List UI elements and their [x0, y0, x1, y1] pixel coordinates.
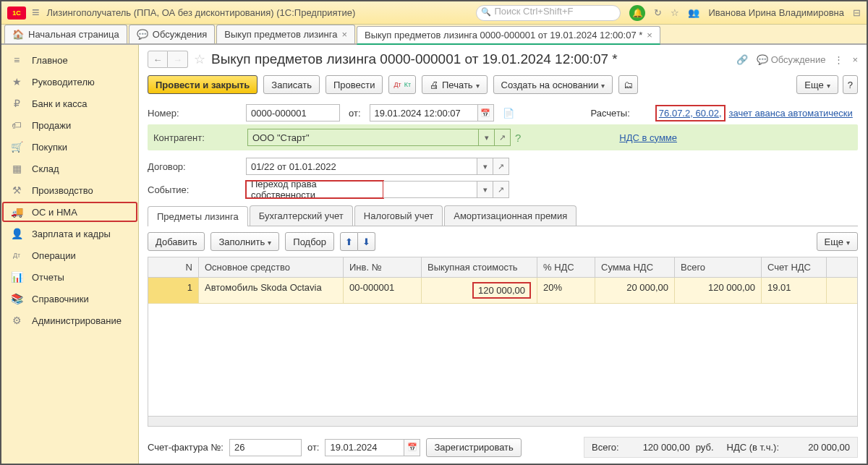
panel-toggle-icon[interactable]: ⊟ — [853, 7, 861, 18]
history-icon[interactable]: ↻ — [654, 7, 662, 18]
invoice-from-label: от: — [307, 442, 320, 453]
create-based-button[interactable]: Создать на основании — [493, 75, 613, 94]
link-icon[interactable]: 🔗 — [736, 54, 748, 65]
register-invoice-button[interactable]: Зарегистрировать — [426, 438, 521, 457]
col-header-buyout[interactable]: Выкупная стоимость — [422, 257, 537, 277]
tab-home[interactable]: 🏠 Начальная страница — [4, 25, 127, 43]
col-header-vat-sum[interactable]: Сумма НДС — [595, 257, 675, 277]
favorite-star-icon[interactable]: ☆ — [194, 51, 205, 67]
gear-icon: ⚙ — [10, 315, 23, 326]
cell-vat-pct[interactable]: 20% — [537, 278, 595, 303]
star-icon[interactable]: ☆ — [671, 7, 679, 18]
dtkt-button[interactable]: ДтКт — [388, 75, 416, 94]
event-input[interactable]: Переход права собственности — [246, 181, 383, 198]
col-header-total[interactable]: Всего — [675, 257, 762, 277]
dropdown-icon[interactable]: ▾ — [477, 181, 493, 198]
vat-mode-link[interactable]: НДС в сумме — [619, 132, 677, 143]
subtab-tax[interactable]: Налоговый учет — [354, 205, 443, 226]
col-header-asset[interactable]: Основное средство — [199, 257, 344, 277]
users-icon[interactable]: 👥 — [688, 7, 699, 18]
cell-asset[interactable]: Автомобиль Skoda Octavia — [199, 278, 344, 303]
subtab-premium[interactable]: Амортизационная премия — [444, 205, 576, 226]
tab-home-label: Начальная страница — [28, 29, 119, 40]
contract-input[interactable]: 01/22 от 01.01.2022 — [246, 158, 477, 175]
calendar-icon[interactable]: 📅 — [478, 104, 494, 121]
contractor-input[interactable]: ООО "Старт" — [247, 129, 479, 146]
notifications-icon[interactable]: 🔔 — [629, 5, 645, 21]
sidebar-item-sales[interactable]: 🏷Продажи — [1, 114, 138, 136]
close-icon[interactable]: × — [647, 30, 652, 40]
table-row[interactable]: 1 Автомобиль Skoda Octavia 00-000001 120… — [148, 278, 857, 304]
col-header-account[interactable]: Счет НДС — [762, 257, 827, 277]
open-icon[interactable]: ↗ — [493, 158, 509, 175]
sidebar-item-os-nma[interactable]: 🚚ОС и НМА — [1, 201, 138, 223]
horizontal-scrollbar[interactable] — [148, 417, 858, 427]
sidebar-item-purchases[interactable]: 🛒Покупки — [1, 136, 138, 158]
cell-account[interactable]: 19.01 — [762, 278, 827, 303]
close-icon[interactable]: × — [341, 29, 347, 40]
cell-vat-sum[interactable]: 20 000,00 — [595, 278, 675, 303]
col-header-inv[interactable]: Инв. № — [344, 257, 422, 277]
contractor-help-icon[interactable]: ? — [515, 132, 521, 144]
cell-buyout[interactable]: 120 000,00 — [422, 278, 537, 303]
add-row-button[interactable]: Добавить — [148, 232, 205, 251]
post-and-close-button[interactable]: Провести и закрыть — [148, 75, 258, 94]
sidebar-item-salary[interactable]: 👤Зарплата и кадры — [1, 223, 138, 244]
table-more-button[interactable]: Еще — [817, 232, 858, 251]
open-icon[interactable]: ↗ — [495, 129, 511, 146]
sidebar-item-manager[interactable]: ★Руководителю — [1, 71, 138, 93]
tab-buyout-list[interactable]: Выкуп предметов лизинга × — [216, 25, 355, 43]
sidebar-item-label: Отчеты — [32, 272, 64, 283]
fill-button[interactable]: Заполнить — [210, 232, 279, 251]
app-title: Лизингополучатель (ППА, ОА без дисконтир… — [47, 7, 356, 18]
col-header-n[interactable]: N — [148, 257, 199, 277]
date-input[interactable]: 19.01.2024 12:00:07 — [370, 104, 478, 121]
event-input-rest[interactable] — [383, 181, 477, 198]
sidebar-item-label: Покупки — [32, 142, 67, 153]
subtab-items[interactable]: Предметы лизинга — [148, 206, 248, 226]
sidebar-item-operations[interactable]: ДтОперации — [1, 244, 138, 266]
settlements-link-accounts[interactable]: 76.07.2, 60.02, — [656, 106, 725, 121]
tab-buyout-doc[interactable]: Выкуп предметов лизинга 0000-000001 от 1… — [357, 26, 660, 45]
tab-discussions[interactable]: 💬 Обсуждения — [129, 25, 216, 43]
settlements-link-advance[interactable]: зачет аванса автоматически — [729, 108, 853, 119]
open-icon[interactable]: ↗ — [493, 181, 509, 198]
cell-inv[interactable]: 00-000001 — [344, 278, 422, 303]
posted-flag-icon[interactable]: 📄 — [503, 108, 514, 119]
dropdown-icon[interactable]: ▾ — [479, 129, 495, 146]
global-search-input[interactable]: Поиск Ctrl+Shift+F — [476, 5, 621, 21]
close-icon[interactable]: × — [852, 54, 858, 65]
col-header-vat-pct[interactable]: % НДС — [537, 257, 595, 277]
cell-total[interactable]: 120 000,00 — [675, 278, 762, 303]
cell-n[interactable]: 1 — [148, 278, 199, 303]
move-down-button[interactable]: ⬇ — [358, 232, 375, 251]
move-up-button[interactable]: ⬆ — [340, 232, 358, 251]
more-button[interactable]: Еще — [796, 75, 838, 94]
sidebar-item-reports[interactable]: 📊Отчеты — [1, 266, 138, 288]
calendar-icon[interactable]: 📅 — [404, 439, 420, 456]
subtab-accounting[interactable]: Бухгалтерский учет — [250, 205, 353, 226]
forward-button[interactable]: → — [168, 51, 188, 68]
structure-button[interactable]: 🗂 — [618, 75, 638, 94]
help-button[interactable]: ? — [843, 75, 858, 94]
discussion-link[interactable]: 💬 Обсуждение — [757, 54, 825, 65]
number-input[interactable]: 0000-000001 — [246, 104, 340, 121]
sidebar-item-main[interactable]: ≡Главное — [1, 49, 138, 71]
current-user[interactable]: Иванова Ирина Владимировна — [708, 7, 844, 18]
sidebar-item-catalogs[interactable]: 📚Справочники — [1, 288, 138, 310]
more-icon[interactable]: ⋮ — [834, 54, 843, 65]
sidebar-item-warehouse[interactable]: ▦Склад — [1, 158, 138, 179]
invoice-number-input[interactable]: 26 — [229, 439, 302, 456]
sidebar-item-bank[interactable]: ₽Банк и касса — [1, 93, 138, 114]
hamburger-icon[interactable]: ≡ — [32, 5, 40, 20]
back-button[interactable]: ← — [148, 51, 168, 68]
save-button[interactable]: Записать — [263, 75, 320, 94]
print-button[interactable]: 🖨 Печать — [422, 75, 488, 94]
sidebar-item-production[interactable]: ⚒Производство — [1, 179, 138, 201]
sidebar-item-admin[interactable]: ⚙Администрирование — [1, 310, 138, 331]
invoice-date-input[interactable]: 19.01.2024 — [325, 439, 404, 456]
dropdown-icon[interactable]: ▾ — [477, 158, 493, 175]
pick-button[interactable]: Подбор — [285, 232, 334, 251]
post-button[interactable]: Провести — [326, 75, 383, 94]
document-title: Выкуп предметов лизинга 0000-000001 от 1… — [211, 51, 618, 67]
